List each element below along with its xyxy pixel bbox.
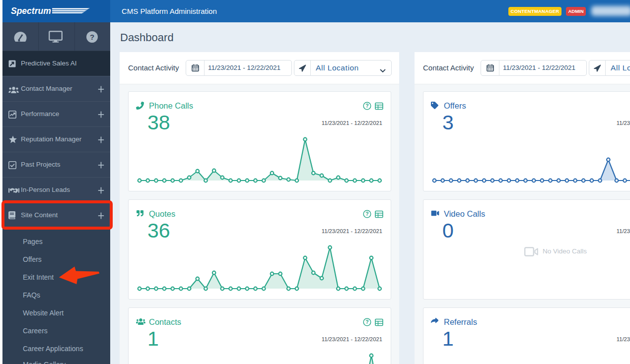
svg-text:Spectrum: Spectrum bbox=[11, 6, 51, 16]
svg-text:?: ? bbox=[90, 33, 94, 41]
